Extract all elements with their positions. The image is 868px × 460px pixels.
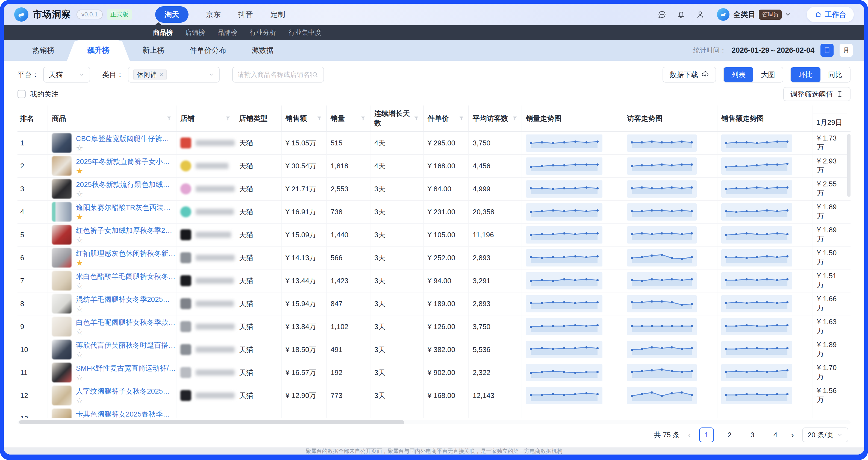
product-cell: 逸阳莱赛尔醋酸TR灰色西装阔腿...★ bbox=[48, 201, 176, 223]
favorite-star-icon[interactable]: ☆ bbox=[76, 282, 176, 290]
sales-trend-sparkline-cell bbox=[717, 270, 812, 292]
volume-trend-sparkline bbox=[526, 249, 602, 267]
remove-tag-icon[interactable]: × bbox=[159, 71, 163, 79]
filter-icon[interactable] bbox=[166, 115, 172, 121]
product-name-link[interactable]: 2025年冬新款直筒裤子女小个子... bbox=[76, 157, 176, 166]
favorite-star-icon[interactable]: ★ bbox=[76, 167, 176, 175]
horizontal-scrollbar[interactable] bbox=[18, 420, 850, 424]
product-cell: 米白色醋酸羊毛阔腿裤女秋冬202...☆ bbox=[48, 270, 176, 292]
prev-page-icon[interactable]: ‹ bbox=[688, 430, 691, 440]
tab-hot-sales[interactable]: 热销榜 bbox=[20, 40, 67, 61]
notification-bell-icon[interactable] bbox=[677, 10, 686, 19]
favorite-star-icon[interactable]: ☆ bbox=[76, 351, 176, 359]
subnav-store-rank[interactable]: 店铺榜 bbox=[185, 28, 205, 37]
filter-row: 平台： 天猫 类目： 休闲裤 × 数据下载 bbox=[18, 67, 850, 83]
data-download-button[interactable]: 数据下载 bbox=[662, 67, 716, 83]
product-name-link[interactable]: 混纺羊毛阔腿裤女冬季2025新款... bbox=[76, 295, 176, 304]
subnav-industry-concentration[interactable]: 行业集中度 bbox=[288, 28, 321, 37]
product-image bbox=[52, 248, 71, 268]
favorite-star-icon[interactable]: ☆ bbox=[76, 397, 176, 405]
search-input[interactable] bbox=[238, 71, 311, 79]
product-name-link[interactable]: 卡其色阔腿裤女2025春秋季新款... bbox=[76, 409, 176, 419]
page-size-select[interactable]: 20 条/页 bbox=[802, 427, 848, 442]
page-button-3[interactable]: 3 bbox=[745, 427, 760, 442]
product-name-link[interactable]: 蒋欣代言伊芙丽秋冬时髦百搭棉... bbox=[76, 341, 176, 350]
filter-icon[interactable] bbox=[459, 115, 464, 121]
product-name-link[interactable]: 逸阳莱赛尔醋酸TR灰色西装阔腿... bbox=[76, 203, 176, 212]
my-follow-checkbox[interactable] bbox=[18, 90, 26, 98]
adjust-threshold-button[interactable]: 调整筛选阈值 bbox=[783, 87, 850, 101]
rank-tab-strip: 热销榜 飙升榜 新上榜 件单价分布 源数据 统计时间： 2026-01-29～2… bbox=[4, 40, 864, 61]
vertical-scrollbar[interactable] bbox=[847, 134, 850, 281]
subnav-brand-rank[interactable]: 品牌榜 bbox=[217, 28, 237, 37]
page-button-1[interactable]: 1 bbox=[699, 427, 714, 442]
store-type-cell: 天猫 bbox=[235, 361, 281, 384]
view-list-button[interactable]: 列表 bbox=[724, 67, 753, 82]
subnav-industry-analysis[interactable]: 行业分析 bbox=[250, 28, 276, 37]
filter-icon[interactable] bbox=[512, 115, 518, 121]
favorite-star-icon[interactable]: ☆ bbox=[76, 144, 176, 152]
user-icon[interactable] bbox=[695, 10, 705, 19]
favorite-star-icon[interactable]: ☆ bbox=[76, 305, 176, 313]
vertical-scrollbar-thumb[interactable] bbox=[847, 134, 850, 197]
visitor-trend-sparkline bbox=[627, 387, 697, 404]
page-button-2[interactable]: 2 bbox=[722, 427, 737, 442]
product-info: 卡其色阔腿裤女2025春秋季新款...☆ bbox=[76, 409, 176, 419]
horizontal-scrollbar-thumb[interactable] bbox=[19, 420, 404, 424]
favorite-star-icon[interactable]: ★ bbox=[76, 213, 176, 221]
visitor-trend-sparkline bbox=[627, 157, 697, 175]
tab-rising[interactable]: 飙升榜 bbox=[67, 40, 130, 61]
role-badge: 管理员 bbox=[759, 9, 782, 20]
tab-unit-price-distribution[interactable]: 件单价分布 bbox=[177, 40, 239, 61]
store-name-blurred bbox=[196, 346, 235, 352]
unit-price-cell: ¥ 105.00 bbox=[423, 223, 468, 246]
favorite-star-icon[interactable]: ☆ bbox=[76, 236, 176, 244]
platform-tab-douyin[interactable]: 抖音 bbox=[238, 9, 253, 20]
granularity-day-button[interactable]: 日 bbox=[820, 44, 834, 57]
next-page-icon[interactable]: › bbox=[791, 430, 794, 440]
platform-tab-jd[interactable]: 京东 bbox=[206, 9, 221, 20]
platform-tab-taotian[interactable]: 淘天 bbox=[155, 6, 188, 23]
page-button-4[interactable]: 4 bbox=[768, 427, 783, 442]
favorite-star-icon[interactable]: ☆ bbox=[76, 374, 176, 382]
category-tag: 休闲裤 × bbox=[133, 69, 167, 80]
product-name-link[interactable]: 米白色醋酸羊毛阔腿裤女秋冬202... bbox=[76, 272, 176, 281]
avg-visitors-cell: 2,322 bbox=[468, 361, 522, 384]
compare-chain-button[interactable]: 环比 bbox=[791, 67, 820, 82]
product-name-link[interactable]: 人字纹阔腿裤子女秋冬2025新款... bbox=[76, 387, 176, 396]
product-name-link[interactable]: 红袖肌理感灰色休闲裤秋冬新款... bbox=[76, 249, 176, 258]
day-value-cell: ¥ 1.89万 bbox=[812, 201, 847, 223]
visitor-trend-sparkline-cell bbox=[623, 315, 717, 338]
account-chevron-down-icon[interactable] bbox=[784, 11, 792, 18]
product-name-link[interactable]: 白色羊毛呢阔腿裤女秋冬季款加... bbox=[76, 317, 176, 327]
filter-icon[interactable] bbox=[316, 115, 322, 121]
product-name-link[interactable]: SMFK野性复古宽直筒运动裤/复古... bbox=[76, 364, 176, 373]
favorite-star-icon[interactable]: ☆ bbox=[76, 190, 176, 198]
tab-new[interactable]: 新上榜 bbox=[130, 40, 177, 61]
volume-cell: 2,553 bbox=[326, 178, 370, 200]
store-type-cell bbox=[235, 407, 281, 418]
product-name-link[interactable]: 2025秋冬新款流行黑色加绒微喇... bbox=[76, 180, 176, 189]
workspace-button[interactable]: 工作台 bbox=[807, 7, 854, 22]
platform-tab-custom[interactable]: 定制 bbox=[271, 9, 285, 20]
store-type-cell: 天猫 bbox=[235, 293, 281, 315]
view-large-button[interactable]: 大图 bbox=[753, 67, 783, 82]
visitor-trend-sparkline bbox=[627, 134, 697, 152]
granularity-month-button[interactable]: 月 bbox=[840, 44, 853, 57]
filter-icon[interactable] bbox=[225, 115, 231, 121]
favorite-star-icon[interactable]: ★ bbox=[76, 259, 176, 267]
favorite-star-icon[interactable]: ☆ bbox=[76, 328, 176, 336]
tab-source-data[interactable]: 源数据 bbox=[239, 40, 286, 61]
table-row: 22025年冬新款直筒裤子女小个子...★天猫¥ 30.54万1,8184天¥ … bbox=[18, 155, 850, 178]
compare-yoy-button[interactable]: 同比 bbox=[820, 67, 850, 82]
account-avatar[interactable] bbox=[717, 8, 730, 21]
product-name-link[interactable]: CBC摩登蓝宽版阔腿牛仔裤女2026... bbox=[76, 134, 176, 144]
message-icon[interactable] bbox=[657, 10, 666, 19]
filter-icon[interactable] bbox=[413, 115, 420, 121]
product-name-link[interactable]: 红色裤子女加绒加厚秋冬季2026... bbox=[76, 226, 176, 235]
filter-icon[interactable] bbox=[360, 115, 366, 121]
sales-cell: ¥ 15.05万 bbox=[281, 132, 326, 154]
subnav-product-rank[interactable]: 商品榜 bbox=[153, 28, 173, 37]
category-select[interactable]: 休闲裤 × bbox=[128, 67, 220, 83]
platform-select[interactable]: 天猫 bbox=[43, 67, 90, 83]
